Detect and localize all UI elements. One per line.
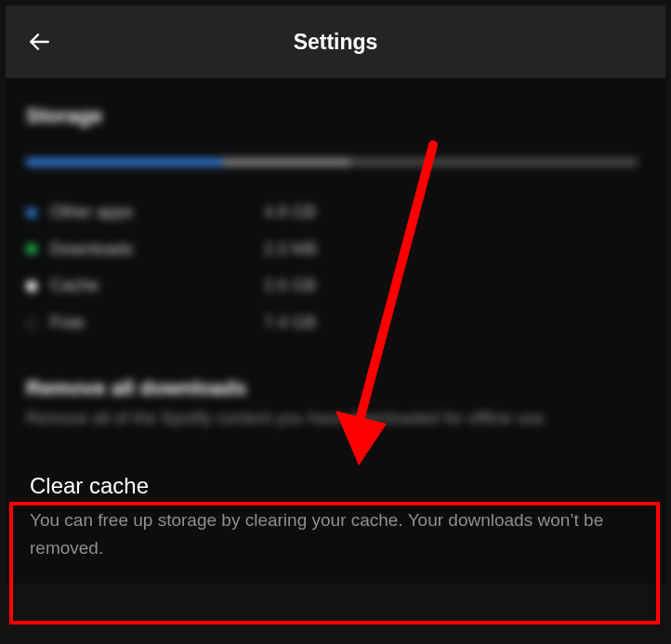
legend-dot-icon <box>26 281 37 292</box>
legend-row-other-apps: Other apps 4.8 GB <box>26 194 645 231</box>
storage-bar-segment <box>222 158 350 166</box>
back-icon[interactable] <box>26 29 52 55</box>
legend-dot-icon <box>26 207 37 218</box>
legend-value: 2.6 GB <box>264 268 316 305</box>
legend-label: Other apps <box>50 194 264 231</box>
legend-dot-icon <box>26 318 37 329</box>
legend-label: Downloads <box>50 231 264 269</box>
remove-all-downloads-option: Remove all downloads Remove all of the S… <box>26 376 645 432</box>
clear-cache-title: Clear cache <box>30 473 641 499</box>
page-title: Settings <box>6 30 665 55</box>
clear-cache-description: You can free up storage by clearing your… <box>30 506 625 561</box>
legend-label: Cache <box>50 268 264 305</box>
clear-cache-option[interactable]: Clear cache You can free up storage by c… <box>26 464 645 584</box>
legend-dot-icon <box>26 243 37 255</box>
legend-value: 7.4 GB <box>264 305 316 342</box>
storage-bar-segment <box>350 158 638 166</box>
legend-row-cache: Cache 2.6 GB <box>26 268 645 305</box>
storage-section-blurred: Storage Other apps 4.8 GB Downloads 2.0 … <box>26 104 645 432</box>
legend-row-free: Free 7.4 GB <box>26 305 645 342</box>
storage-usage-bar <box>26 158 638 166</box>
legend-value: 4.8 GB <box>264 194 316 231</box>
storage-legend: Other apps 4.8 GB Downloads 2.0 MB Cache… <box>26 194 645 341</box>
legend-label: Free <box>50 305 264 342</box>
legend-value: 2.0 MB <box>264 231 317 269</box>
storage-section-title: Storage <box>26 104 645 128</box>
storage-bar-segment <box>26 158 222 166</box>
settings-header: Settings <box>6 6 665 78</box>
remove-downloads-title: Remove all downloads <box>26 376 645 401</box>
remove-downloads-description: Remove all of the Spotify content you ha… <box>26 406 645 432</box>
legend-row-downloads: Downloads 2.0 MB <box>26 231 645 269</box>
